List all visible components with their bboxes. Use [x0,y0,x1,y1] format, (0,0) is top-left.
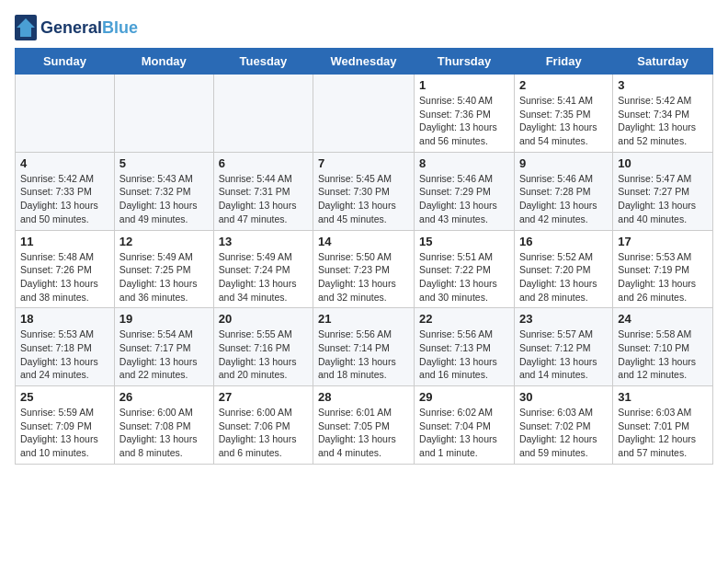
day-number: 12 [119,235,209,248]
calendar-day-cell: 9Sunrise: 5:46 AM Sunset: 7:28 PM Daylig… [514,152,612,230]
day-info: Sunrise: 5:46 AM Sunset: 7:29 PM Dayligh… [419,172,509,226]
day-number: 3 [618,78,708,92]
day-number: 8 [419,156,509,170]
calendar-day-cell: 12Sunrise: 5:49 AM Sunset: 7:25 PM Dayli… [114,230,213,308]
calendar-day-cell [16,75,115,153]
day-info: Sunrise: 5:52 AM Sunset: 7:20 PM Dayligh… [519,250,608,304]
day-of-week-header: Tuesday [213,49,313,75]
day-number: 11 [20,235,109,248]
calendar-day-cell: 23Sunrise: 5:57 AM Sunset: 7:12 PM Dayli… [514,308,612,386]
day-number: 2 [519,78,608,92]
logo-text: GeneralBlue [40,18,138,38]
day-number: 18 [20,312,109,326]
day-number: 25 [20,390,109,404]
day-info: Sunrise: 5:48 AM Sunset: 7:26 PM Dayligh… [20,250,109,304]
calendar-day-cell: 17Sunrise: 5:53 AM Sunset: 7:19 PM Dayli… [613,230,713,308]
day-info: Sunrise: 5:53 AM Sunset: 7:18 PM Dayligh… [20,327,109,382]
day-number: 14 [318,235,409,248]
day-number: 7 [318,156,409,170]
day-info: Sunrise: 6:03 AM Sunset: 7:01 PM Dayligh… [618,406,708,460]
day-info: Sunrise: 5:46 AM Sunset: 7:28 PM Dayligh… [519,172,608,226]
calendar-day-cell: 3Sunrise: 5:42 AM Sunset: 7:34 PM Daylig… [613,75,713,153]
day-info: Sunrise: 5:56 AM Sunset: 7:13 PM Dayligh… [419,327,509,382]
calendar-day-cell: 16Sunrise: 5:52 AM Sunset: 7:20 PM Dayli… [514,230,612,308]
calendar-day-cell: 4Sunrise: 5:42 AM Sunset: 7:33 PM Daylig… [16,152,115,230]
day-number: 1 [419,78,509,92]
day-info: Sunrise: 5:53 AM Sunset: 7:19 PM Dayligh… [618,250,708,304]
day-number: 15 [419,235,509,248]
day-number: 30 [519,390,608,404]
calendar-day-cell: 13Sunrise: 5:49 AM Sunset: 7:24 PM Dayli… [213,230,313,308]
days-of-week-row: SundayMondayTuesdayWednesdayThursdayFrid… [16,49,713,75]
calendar-day-cell [213,75,313,153]
calendar-day-cell: 18Sunrise: 5:53 AM Sunset: 7:18 PM Dayli… [16,308,115,386]
day-number: 26 [119,390,209,404]
calendar-day-cell: 7Sunrise: 5:45 AM Sunset: 7:30 PM Daylig… [313,152,415,230]
calendar-day-cell: 27Sunrise: 6:00 AM Sunset: 7:06 PM Dayli… [213,386,313,465]
day-number: 19 [119,312,209,326]
day-info: Sunrise: 5:54 AM Sunset: 7:17 PM Dayligh… [119,327,209,382]
day-info: Sunrise: 5:55 AM Sunset: 7:16 PM Dayligh… [219,327,308,382]
day-number: 27 [219,390,308,404]
calendar-day-cell: 1Sunrise: 5:40 AM Sunset: 7:36 PM Daylig… [415,75,515,153]
calendar-day-cell: 25Sunrise: 5:59 AM Sunset: 7:09 PM Dayli… [16,386,115,465]
calendar-day-cell: 22Sunrise: 5:56 AM Sunset: 7:13 PM Dayli… [415,308,515,386]
calendar-day-cell: 10Sunrise: 5:47 AM Sunset: 7:27 PM Dayli… [613,152,713,230]
day-number: 24 [618,312,708,326]
calendar-day-cell [114,75,213,153]
day-info: Sunrise: 5:49 AM Sunset: 7:24 PM Dayligh… [219,250,308,304]
day-number: 28 [318,390,409,404]
calendar-day-cell: 6Sunrise: 5:44 AM Sunset: 7:31 PM Daylig… [213,152,313,230]
day-of-week-header: Monday [114,49,213,75]
day-info: Sunrise: 5:50 AM Sunset: 7:23 PM Dayligh… [318,250,409,304]
page-header: GeneralBlue [15,15,713,40]
calendar-week-row: 25Sunrise: 5:59 AM Sunset: 7:09 PM Dayli… [16,386,713,465]
day-info: Sunrise: 6:03 AM Sunset: 7:02 PM Dayligh… [519,406,608,460]
day-info: Sunrise: 5:57 AM Sunset: 7:12 PM Dayligh… [519,327,608,382]
day-of-week-header: Thursday [415,49,515,75]
day-info: Sunrise: 6:00 AM Sunset: 7:06 PM Dayligh… [219,406,308,460]
day-number: 10 [618,156,708,170]
day-number: 22 [419,312,509,326]
day-of-week-header: Saturday [613,49,713,75]
day-number: 31 [618,390,708,404]
calendar-day-cell: 15Sunrise: 5:51 AM Sunset: 7:22 PM Dayli… [415,230,515,308]
day-number: 16 [519,235,608,248]
calendar-body: 1Sunrise: 5:40 AM Sunset: 7:36 PM Daylig… [16,75,713,465]
calendar-day-cell: 8Sunrise: 5:46 AM Sunset: 7:29 PM Daylig… [415,152,515,230]
calendar-day-cell: 11Sunrise: 5:48 AM Sunset: 7:26 PM Dayli… [16,230,115,308]
calendar-day-cell: 20Sunrise: 5:55 AM Sunset: 7:16 PM Dayli… [213,308,313,386]
day-number: 23 [519,312,608,326]
day-info: Sunrise: 6:02 AM Sunset: 7:04 PM Dayligh… [419,406,509,460]
calendar-day-cell: 19Sunrise: 5:54 AM Sunset: 7:17 PM Dayli… [114,308,213,386]
calendar-week-row: 11Sunrise: 5:48 AM Sunset: 7:26 PM Dayli… [16,230,713,308]
day-info: Sunrise: 5:49 AM Sunset: 7:25 PM Dayligh… [119,250,209,304]
day-number: 6 [219,156,308,170]
day-number: 17 [618,235,708,248]
day-info: Sunrise: 5:43 AM Sunset: 7:32 PM Dayligh… [119,172,209,226]
day-of-week-header: Wednesday [313,49,415,75]
day-info: Sunrise: 5:51 AM Sunset: 7:22 PM Dayligh… [419,250,509,304]
calendar-week-row: 1Sunrise: 5:40 AM Sunset: 7:36 PM Daylig… [16,75,713,153]
calendar-day-cell [313,75,415,153]
day-of-week-header: Friday [514,49,612,75]
calendar-day-cell: 2Sunrise: 5:41 AM Sunset: 7:35 PM Daylig… [514,75,612,153]
calendar-day-cell: 26Sunrise: 6:00 AM Sunset: 7:08 PM Dayli… [114,386,213,465]
day-info: Sunrise: 5:56 AM Sunset: 7:14 PM Dayligh… [318,327,409,382]
calendar-table: SundayMondayTuesdayWednesdayThursdayFrid… [15,48,713,465]
calendar-day-cell: 24Sunrise: 5:58 AM Sunset: 7:10 PM Dayli… [613,308,713,386]
calendar-day-cell: 30Sunrise: 6:03 AM Sunset: 7:02 PM Dayli… [514,386,612,465]
calendar-day-cell: 5Sunrise: 5:43 AM Sunset: 7:32 PM Daylig… [114,152,213,230]
day-info: Sunrise: 5:42 AM Sunset: 7:33 PM Dayligh… [20,172,109,226]
day-info: Sunrise: 6:00 AM Sunset: 7:08 PM Dayligh… [119,406,209,460]
calendar-day-cell: 14Sunrise: 5:50 AM Sunset: 7:23 PM Dayli… [313,230,415,308]
day-number: 9 [519,156,608,170]
day-number: 4 [20,156,109,170]
day-info: Sunrise: 5:42 AM Sunset: 7:34 PM Dayligh… [618,94,708,148]
calendar-day-cell: 21Sunrise: 5:56 AM Sunset: 7:14 PM Dayli… [313,308,415,386]
calendar-header: SundayMondayTuesdayWednesdayThursdayFrid… [16,49,713,75]
day-info: Sunrise: 5:45 AM Sunset: 7:30 PM Dayligh… [318,172,409,226]
calendar-week-row: 4Sunrise: 5:42 AM Sunset: 7:33 PM Daylig… [16,152,713,230]
calendar-day-cell: 29Sunrise: 6:02 AM Sunset: 7:04 PM Dayli… [415,386,515,465]
calendar-week-row: 18Sunrise: 5:53 AM Sunset: 7:18 PM Dayli… [16,308,713,386]
